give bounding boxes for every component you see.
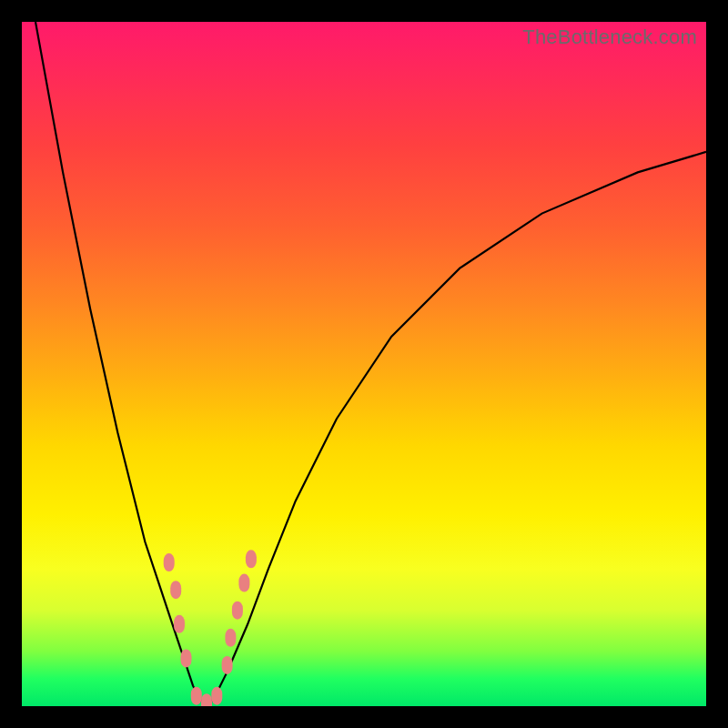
marker-pill — [232, 602, 243, 620]
marker-pill — [191, 687, 202, 705]
marker-pill — [174, 615, 185, 633]
plot-area: TheBottleneck.com — [22, 22, 706, 706]
marker-pill — [246, 550, 257, 568]
marker-pill — [181, 649, 192, 667]
marker-pill — [225, 629, 236, 647]
marker-pill — [222, 656, 233, 674]
bottleneck-curve-left — [35, 22, 207, 706]
marker-pill — [211, 687, 222, 705]
marker-pill — [170, 581, 181, 599]
bottleneck-curve-right — [207, 152, 706, 706]
marker-pill — [238, 574, 249, 592]
marker-pill — [201, 693, 212, 706]
curve-svg — [22, 22, 706, 706]
chart-container: TheBottleneck.com — [0, 0, 728, 728]
marker-pill — [164, 553, 175, 571]
marker-group — [164, 550, 257, 706]
